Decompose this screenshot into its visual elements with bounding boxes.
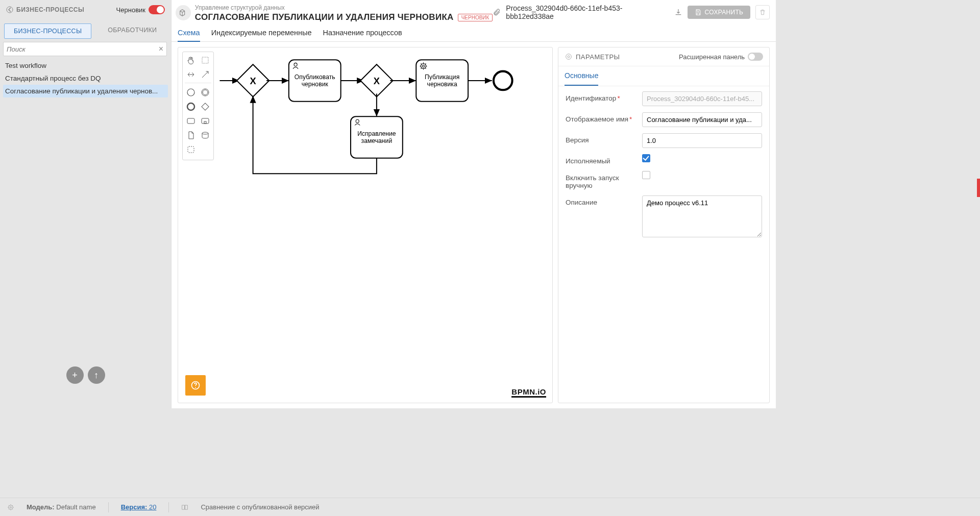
bpmn-gateway[interactable]: X: [360, 64, 393, 96]
intermediate-event-icon[interactable]: [199, 86, 211, 99]
bpmn-logo: BPMN.iO: [511, 387, 546, 398]
process-list-item[interactable]: Согласование публикации и удаления черно…: [3, 85, 168, 97]
tool-lasso-icon[interactable]: [199, 54, 211, 66]
delete-button[interactable]: [755, 5, 770, 19]
field-version-input[interactable]: [642, 133, 762, 148]
tab-assignments[interactable]: Назначение процессов: [323, 29, 402, 41]
field-desc-label: Описание: [566, 195, 642, 206]
data-object-icon[interactable]: [185, 129, 197, 141]
breadcrumb: Управление структурой данных: [195, 4, 493, 11]
bpmn-canvas[interactable]: X Опубликовать черновик: [178, 47, 553, 403]
attachment-icon[interactable]: [493, 8, 501, 16]
search-input[interactable]: [7, 45, 159, 53]
field-id-label: Идентификатор: [566, 94, 616, 102]
end-event-icon[interactable]: [185, 101, 197, 113]
field-name-input[interactable]: [642, 112, 762, 127]
field-id-input[interactable]: [642, 91, 762, 106]
svg-point-32: [568, 56, 570, 58]
svg-rect-18: [202, 57, 208, 63]
svg-point-21: [203, 90, 208, 95]
start-event-icon[interactable]: [185, 86, 197, 99]
help-button[interactable]: [185, 375, 206, 396]
svg-point-19: [187, 89, 194, 96]
export-icon[interactable]: [674, 8, 682, 16]
save-button[interactable]: СОХРАНИТЬ: [688, 6, 751, 19]
svg-point-22: [187, 103, 194, 110]
process-list-item[interactable]: Test workflow: [3, 59, 168, 72]
svg-rect-24: [187, 118, 194, 124]
svg-text:черновика: черновика: [427, 81, 457, 88]
clear-search-icon[interactable]: ×: [159, 44, 163, 54]
sidebar-title: БИЗНЕС-ПРОЦЕССЫ: [16, 6, 84, 13]
status-badge: ЧЕРНОВИК: [458, 14, 493, 21]
svg-rect-25: [202, 118, 209, 124]
extended-panel-toggle[interactable]: [748, 53, 763, 61]
upload-button[interactable]: ↑: [88, 366, 105, 384]
bpmn-service-task[interactable]: Публикация черновика: [416, 60, 468, 101]
svg-text:Публикация: Публикация: [425, 73, 459, 81]
search-input-wrap[interactable]: ×: [3, 42, 167, 56]
svg-text:Опубликовать: Опубликовать: [295, 73, 335, 81]
svg-rect-23: [202, 103, 209, 110]
field-desc-textarea[interactable]: [642, 195, 762, 237]
bpmn-user-task[interactable]: Опубликовать черновик: [289, 60, 341, 101]
process-id: Process_302904d0-660c-11ef-b453-bbb12ed3…: [506, 4, 669, 20]
field-manual-checkbox[interactable]: [642, 171, 650, 179]
task-icon[interactable]: [185, 115, 197, 127]
gear-icon: [565, 53, 573, 61]
svg-point-0: [7, 7, 13, 13]
process-icon: [176, 5, 191, 20]
field-exec-checkbox[interactable]: [642, 154, 650, 162]
field-version-label: Версия: [566, 133, 642, 144]
svg-rect-26: [204, 121, 206, 124]
bpmn-end-event[interactable]: [494, 71, 512, 90]
group-icon[interactable]: [185, 143, 197, 156]
svg-text:X: X: [250, 76, 256, 86]
bpmn-palette: [182, 52, 214, 160]
props-tab-main[interactable]: Основные: [565, 66, 598, 86]
extended-panel-label: Расширенная панель: [679, 53, 745, 61]
page-title: СОГЛАСОВАНИЕ ПУБЛИКАЦИИ И УДАЛЕНИЯ ЧЕРНО…: [195, 12, 454, 22]
properties-title: ПАРАМЕТРЫ: [576, 53, 620, 61]
data-store-icon[interactable]: [199, 129, 211, 141]
tab-schema[interactable]: Схема: [178, 29, 200, 42]
svg-point-30: [195, 387, 196, 388]
sidebar-tab-handlers[interactable]: ОБРАБОТЧИКИ: [99, 21, 166, 39]
field-manual-label: Включить запуск вручную: [566, 171, 642, 189]
tool-connect-icon[interactable]: [199, 68, 211, 81]
save-button-label: СОХРАНИТЬ: [705, 9, 744, 16]
svg-text:X: X: [374, 76, 380, 86]
tab-variables[interactable]: Индексируемые переменные: [211, 29, 312, 41]
process-list-item[interactable]: Стандартный процесс без DQ: [3, 72, 168, 85]
field-name-label: Отображаемое имя: [566, 115, 628, 123]
add-button[interactable]: +: [66, 366, 84, 384]
bpmn-gateway[interactable]: X: [237, 64, 269, 96]
tool-space-icon[interactable]: [185, 68, 197, 81]
gateway-icon[interactable]: [199, 101, 211, 113]
svg-text:черновик: черновик: [302, 81, 329, 88]
svg-text:замечаний: замечаний: [361, 137, 393, 144]
sidebar-collapse-icon[interactable]: [6, 6, 13, 13]
svg-rect-28: [188, 146, 194, 153]
tool-hand-icon[interactable]: [185, 54, 197, 66]
draft-mode-label: Черновик: [116, 6, 145, 14]
bpmn-user-task[interactable]: Исправление замечаний: [351, 116, 403, 158]
field-exec-label: Исполняемый: [566, 154, 642, 165]
draft-toggle[interactable]: [149, 5, 165, 14]
sidebar-tab-processes[interactable]: БИЗНЕС-ПРОЦЕССЫ: [4, 23, 91, 39]
svg-text:Исправление: Исправление: [357, 130, 396, 137]
svg-point-31: [566, 54, 572, 60]
subprocess-icon[interactable]: [199, 115, 211, 127]
svg-point-27: [202, 132, 208, 134]
